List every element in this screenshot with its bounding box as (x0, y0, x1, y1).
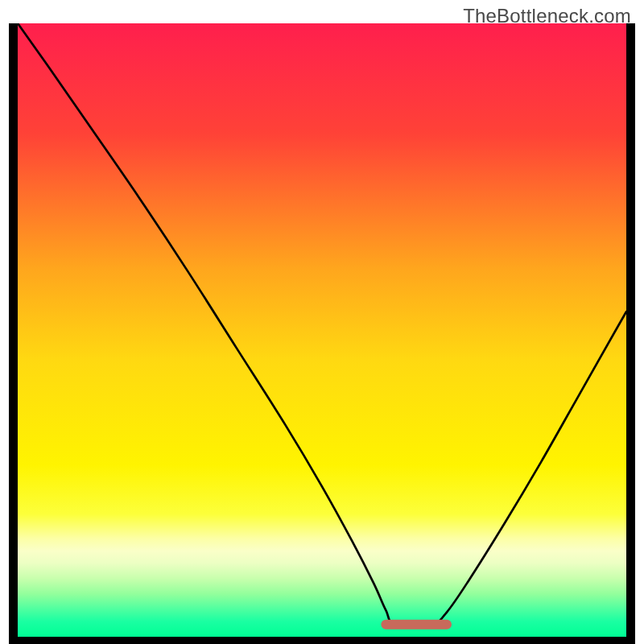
chart-frame: TheBottleneck.com (0, 0, 644, 644)
plot-area (18, 23, 626, 637)
bottleneck-curve (18, 23, 626, 626)
curve-layer (18, 23, 626, 637)
plot-border (9, 23, 635, 644)
